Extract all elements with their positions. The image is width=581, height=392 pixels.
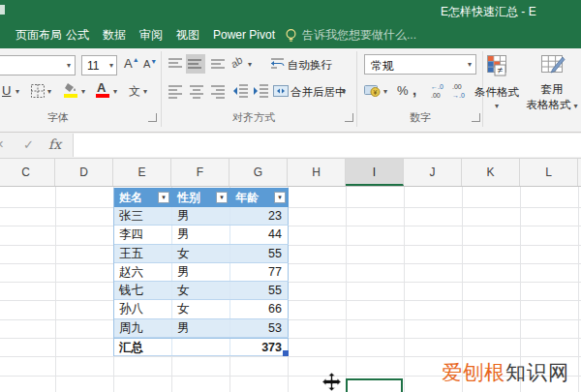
- accounting-format-icon[interactable]: ¥: [364, 83, 381, 97]
- quick-access-toolbar-icon[interactable]: [0, 5, 5, 15]
- active-cell-selection[interactable]: [346, 378, 403, 392]
- cell-age[interactable]: 23: [230, 207, 289, 225]
- increase-decimal-button[interactable]: ←.0 .00: [431, 83, 443, 99]
- tab-page-layout[interactable]: 页面布局: [15, 21, 62, 48]
- column-header-e[interactable]: E: [113, 159, 171, 186]
- cancel-icon[interactable]: ✕: [0, 138, 4, 151]
- cell-gender[interactable]: 男: [172, 207, 230, 225]
- cell-name[interactable]: 王五: [114, 245, 172, 262]
- cell-name[interactable]: 赵六: [114, 263, 172, 281]
- increase-indent-icon[interactable]: [253, 83, 269, 99]
- cell-gender[interactable]: 男: [172, 226, 230, 243]
- wrap-text-button[interactable]: 自动换行: [288, 58, 332, 73]
- cell-gender[interactable]: 男: [172, 319, 230, 337]
- enter-check-icon[interactable]: ✓: [23, 137, 34, 152]
- orientation-button[interactable]: ab: [229, 54, 245, 71]
- tab-power-pivot[interactable]: Power Pivot: [213, 21, 275, 48]
- table-row[interactable]: 赵六 男 77: [114, 263, 289, 282]
- cell-age[interactable]: 77: [230, 263, 289, 281]
- table-total-row[interactable]: 汇总 373: [114, 338, 289, 356]
- align-bottom-icon[interactable]: [209, 56, 227, 72]
- align-center-icon[interactable]: [188, 83, 205, 99]
- cell-gender[interactable]: 女: [172, 282, 230, 299]
- cell-name[interactable]: 钱七: [114, 282, 172, 299]
- align-left-icon[interactable]: [167, 83, 184, 99]
- cell-name[interactable]: 周九: [114, 319, 172, 337]
- filter-icon[interactable]: ▾: [274, 192, 286, 203]
- cell-age[interactable]: 55: [230, 245, 289, 262]
- align-right-icon[interactable]: [209, 83, 227, 99]
- table-row[interactable]: 周九 男 53: [114, 319, 289, 338]
- cell-age[interactable]: 53: [230, 319, 289, 337]
- cell-gender[interactable]: 女: [172, 300, 230, 317]
- shrink-font-button[interactable]: A▼: [143, 58, 157, 70]
- cell-gender[interactable]: 男: [172, 263, 230, 281]
- gridline: [346, 187, 347, 392]
- total-value-cell[interactable]: 373: [230, 339, 289, 355]
- gridline: [0, 300, 581, 301]
- align-top-icon[interactable]: [167, 56, 184, 72]
- decrease-decimal-button[interactable]: .00 →.0: [452, 83, 465, 99]
- filter-icon[interactable]: ▾: [216, 192, 228, 203]
- table-row[interactable]: 孙八 女 66: [114, 300, 289, 318]
- column-header-k[interactable]: K: [462, 159, 520, 186]
- number-format-combo[interactable]: 常规 ▾: [364, 54, 476, 75]
- table-header-name[interactable]: 姓名▾: [114, 188, 172, 207]
- cell-name[interactable]: 李四: [114, 226, 172, 243]
- column-header-j[interactable]: J: [404, 159, 462, 186]
- underline-button[interactable]: U: [2, 83, 11, 98]
- font-dialog-launcher[interactable]: [148, 113, 157, 122]
- table-header-gender[interactable]: 性别▾: [172, 188, 230, 207]
- table-row[interactable]: 王五 女 55: [114, 245, 289, 263]
- font-color-button[interactable]: A: [97, 80, 106, 95]
- align-middle-button[interactable]: [186, 54, 205, 74]
- tab-view[interactable]: 视图: [176, 21, 199, 48]
- font-name-combo[interactable]: ▾: [0, 55, 76, 75]
- column-header-l[interactable]: L: [520, 159, 578, 186]
- formula-input[interactable]: [73, 134, 581, 157]
- wrap-text-icon[interactable]: [271, 57, 285, 70]
- cell-age[interactable]: 44: [230, 226, 289, 243]
- column-header-f[interactable]: F: [171, 159, 229, 186]
- cell-name[interactable]: 张三: [114, 207, 172, 225]
- cell-age[interactable]: 55: [230, 282, 289, 299]
- phonetic-guide-button[interactable]: 文: [129, 83, 140, 100]
- column-header-d[interactable]: D: [55, 159, 113, 186]
- table-row[interactable]: 张三 男 23: [114, 207, 289, 226]
- column-header-i-selected[interactable]: I: [346, 159, 404, 186]
- tell-me-search[interactable]: 告诉我您想要做什么...: [302, 21, 416, 48]
- cell-gender[interactable]: 女: [172, 245, 230, 262]
- comma-style-button[interactable]: ,: [413, 81, 416, 98]
- cell-age[interactable]: 66: [230, 300, 289, 317]
- grow-font-button[interactable]: A▲: [124, 56, 139, 71]
- chevron-down-icon: ▾: [67, 62, 71, 70]
- merge-center-button[interactable]: 合并后居中: [290, 85, 347, 100]
- total-empty-cell[interactable]: [172, 339, 230, 355]
- format-as-table-button[interactable]: 套用 表格格式 ▾: [523, 53, 581, 133]
- column-header-h[interactable]: H: [288, 159, 346, 186]
- borders-icon[interactable]: [31, 84, 45, 98]
- merge-center-icon[interactable]: [273, 85, 289, 97]
- tab-data[interactable]: 数据: [103, 21, 126, 48]
- table-resize-handle[interactable]: [283, 350, 289, 356]
- filter-icon[interactable]: ▾: [158, 192, 169, 203]
- group-separator: [356, 51, 357, 127]
- fill-color-icon[interactable]: [64, 82, 78, 93]
- column-header-c[interactable]: C: [0, 159, 55, 186]
- decrease-decimal-bottom: →.0: [452, 92, 465, 99]
- conditional-formatting-button[interactable]: ≠ 条件格式 ▾: [467, 53, 527, 131]
- total-label-cell[interactable]: 汇总: [114, 339, 172, 355]
- cell-name[interactable]: 孙八: [114, 300, 172, 317]
- alignment-dialog-launcher[interactable]: [345, 113, 353, 122]
- table-row[interactable]: 钱七 女 55: [114, 282, 289, 300]
- insert-function-icon[interactable]: fx: [48, 136, 61, 152]
- tab-formulas[interactable]: 公式: [66, 21, 89, 48]
- decrease-indent-icon[interactable]: [232, 83, 249, 99]
- column-header-g[interactable]: G: [229, 159, 288, 186]
- font-size-combo[interactable]: 11 ▾: [81, 55, 117, 75]
- tab-review[interactable]: 审阅: [139, 21, 163, 48]
- percent-style-button[interactable]: %: [397, 83, 409, 98]
- table-row[interactable]: 李四 男 44: [114, 226, 289, 244]
- table-header-age[interactable]: 年龄▾: [230, 188, 289, 207]
- gridline: [404, 187, 405, 392]
